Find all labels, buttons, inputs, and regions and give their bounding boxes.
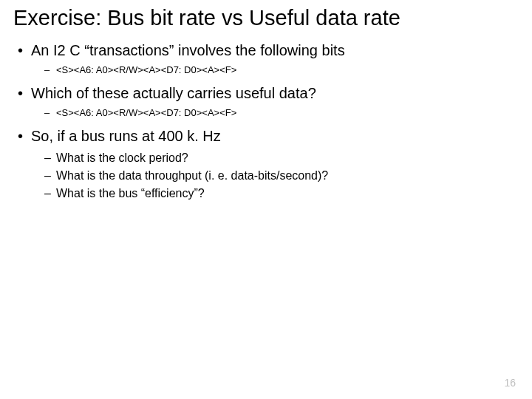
bullet-3-sub-2: What is the data throughput (i. e. data-… [56, 167, 519, 185]
bullet-3-sub-3: What is the bus “efficiency”? [56, 185, 519, 202]
slide-title: Exercise: Bus bit rate vs Useful data ra… [13, 6, 519, 30]
bullet-2-text: Which of these actually carries useful d… [31, 85, 316, 101]
page-number: 16 [504, 377, 516, 389]
bullet-1-text: An I2 C “transactions” involves the foll… [31, 42, 345, 58]
bullet-1-sub: <S><A6: A0><R/W><A><D7: D0><A><F> [56, 64, 519, 78]
slide-content: An I2 C “transactions” involves the foll… [13, 41, 519, 202]
bullet-3-sub-1: What is the clock period? [56, 149, 519, 167]
bullet-1: An I2 C “transactions” involves the foll… [31, 41, 519, 78]
slide: Exercise: Bus bit rate vs Useful data ra… [0, 0, 532, 399]
bullet-3: So, if a bus runs at 400 k. Hz What is t… [31, 126, 519, 202]
bullet-2: Which of these actually carries useful d… [31, 83, 519, 120]
bullet-3-text: So, if a bus runs at 400 k. Hz [31, 128, 221, 144]
bullet-2-sub: <S><A6: A0><R/W><A><D7: D0><A><F> [56, 106, 519, 120]
